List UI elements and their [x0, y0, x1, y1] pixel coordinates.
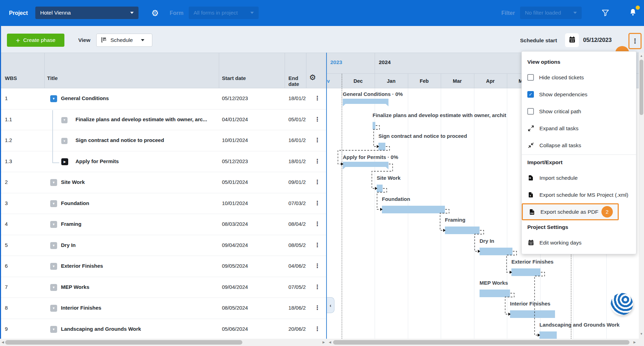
task-icon[interactable]: ▼: [61, 138, 68, 144]
row-title[interactable]: Site Work: [61, 179, 85, 185]
funnel-filter-icon[interactable]: [601, 9, 610, 19]
row-title[interactable]: Landscaping and Grounds Work: [61, 326, 141, 332]
vertical-scrollbar[interactable]: ▲ ▼: [639, 53, 644, 346]
schedule-start-calendar-button[interactable]: [565, 33, 579, 47]
row-kebab-icon[interactable]: ⋮: [314, 326, 320, 332]
collapse-table-panel-button[interactable]: ‹: [327, 297, 334, 313]
menu-item-hide-closed-tickets[interactable]: Hide closed tickets: [522, 69, 636, 86]
project-select[interactable]: Hotel Vienna: [35, 7, 138, 19]
notifications-bell-icon[interactable]: [629, 8, 637, 18]
row-end-date[interactable]: 16/01/2: [288, 137, 308, 143]
menu-item-export-schedule-for-ms-project-xml[interactable]: xExport schedule for MS Project (.xml): [522, 186, 636, 203]
gantt-horizontal-scrollbar-thumb[interactable]: [333, 340, 629, 345]
col-header-wbs[interactable]: WBS: [5, 75, 17, 81]
phase-collapsed-icon[interactable]: ▼: [50, 284, 57, 291]
row-title[interactable]: Framing: [61, 221, 81, 227]
row-title[interactable]: Apply for Permits: [75, 158, 119, 164]
table-row[interactable]: 5▼Dry In09/04/202408/05/2⋮: [0, 235, 327, 256]
gantt-horizontal-scrollbar[interactable]: ◀ ▶: [327, 339, 639, 346]
row-start-date[interactable]: 08/05/2024: [222, 305, 248, 311]
row-start-date[interactable]: 10/01/2024: [222, 137, 248, 143]
checkbox-unchecked-icon[interactable]: [527, 108, 534, 115]
menu-item-edit-working-days[interactable]: Edit working days: [522, 234, 636, 251]
row-title[interactable]: Finalize plans and develop estimate with…: [75, 116, 207, 122]
row-title[interactable]: General Conditions: [61, 95, 109, 101]
table-row[interactable]: 6▼Exterior Finishes09/05/202404/06/2⋮: [0, 256, 327, 277]
phase-collapsed-icon[interactable]: ▼: [50, 326, 57, 333]
row-start-date[interactable]: 10/01/2024: [222, 200, 248, 206]
row-end-date[interactable]: 07/03/2: [288, 200, 308, 206]
row-kebab-icon[interactable]: ⋮: [314, 284, 320, 290]
scroll-left-arrow[interactable]: ◀: [328, 339, 332, 346]
row-title[interactable]: MEP Works: [61, 284, 89, 290]
phase-collapsed-icon[interactable]: ▼: [50, 242, 57, 249]
row-kebab-icon[interactable]: ⋮: [314, 179, 320, 185]
col-header-title[interactable]: Title: [47, 75, 58, 81]
row-kebab-icon[interactable]: ⋮: [314, 200, 320, 206]
menu-item-export-schedule-as-pdf[interactable]: PDFExport schedule as PDF2: [522, 203, 619, 220]
play-task-icon[interactable]: ▶: [61, 158, 68, 165]
more-options-kebab-button[interactable]: ⋮: [628, 33, 642, 49]
table-horizontal-scrollbar-thumb[interactable]: [5, 340, 242, 345]
phase-collapsed-icon[interactable]: ▼: [50, 263, 57, 270]
row-kebab-icon[interactable]: ⋮: [314, 137, 320, 143]
row-kebab-icon[interactable]: ⋮: [314, 263, 320, 269]
phase-expanded-icon[interactable]: ▼: [50, 95, 57, 102]
row-end-date[interactable]: 18/06/2: [288, 305, 308, 311]
col-header-start-date[interactable]: Start date: [222, 75, 246, 81]
table-row[interactable]: 1▼General Conditions05/12/202318/01/2⋮: [0, 88, 327, 109]
scroll-right-arrow[interactable]: ▶: [321, 339, 326, 346]
vertical-scrollbar-thumb[interactable]: [639, 60, 643, 115]
table-row[interactable]: 8▼Interior Finishes08/05/202418/06/2⋮: [0, 298, 327, 319]
form-select[interactable]: All forms in project: [189, 7, 259, 19]
table-row[interactable]: 3▼Foundation10/01/202407/03/2⋮: [0, 193, 327, 214]
row-title[interactable]: Interior Finishes: [61, 305, 101, 311]
menu-item-import-schedule[interactable]: Import schedule: [522, 169, 636, 186]
row-end-date[interactable]: 08/04/2: [288, 221, 308, 227]
row-end-date[interactable]: 08/05/2: [288, 242, 308, 248]
row-start-date[interactable]: 09/04/2024: [222, 284, 248, 290]
phase-collapsed-icon[interactable]: ▼: [50, 179, 57, 186]
row-title[interactable]: Foundation: [61, 200, 89, 206]
table-row[interactable]: 4▼Framing08/03/202408/04/2⋮: [0, 214, 327, 235]
menu-item-collapse-all-tasks[interactable]: Collapse all tasks: [522, 137, 636, 154]
row-end-date[interactable]: 20/06/2: [288, 326, 308, 332]
table-row[interactable]: 1.1▼Finalize plans and develop estimate …: [0, 109, 327, 131]
phase-collapsed-icon[interactable]: ▼: [50, 200, 57, 207]
row-end-date[interactable]: 07/05/2: [288, 284, 308, 290]
table-row[interactable]: 1.2▼Sign contract and notice to proceed1…: [0, 130, 327, 151]
phase-collapsed-icon[interactable]: ▼: [50, 305, 57, 312]
column-settings-gear-icon[interactable]: ⚙: [309, 73, 316, 82]
row-start-date[interactable]: 05/12/2023: [222, 158, 248, 164]
row-end-date[interactable]: 05/01/2: [288, 116, 308, 122]
row-title[interactable]: Dry In: [61, 242, 76, 248]
task-icon[interactable]: ▼: [61, 117, 68, 123]
table-row[interactable]: 7▼MEP Works09/04/202407/05/2⋮: [0, 277, 327, 298]
table-horizontal-scrollbar[interactable]: ◀ ▶: [0, 339, 327, 346]
row-kebab-icon[interactable]: ⋮: [314, 116, 320, 122]
row-start-date[interactable]: 05/01/2024: [222, 179, 248, 185]
scroll-right-arrow[interactable]: ▶: [632, 339, 637, 346]
schedule-start-date[interactable]: 05/12/2023: [583, 37, 612, 43]
row-kebab-icon[interactable]: ⋮: [314, 242, 320, 248]
row-start-date[interactable]: 05/06/2024: [222, 326, 248, 332]
row-kebab-icon[interactable]: ⋮: [314, 221, 320, 227]
row-end-date[interactable]: 18/01/2: [288, 95, 308, 101]
checkbox-unchecked-icon[interactable]: [527, 74, 534, 81]
table-row[interactable]: 2▼Site Work05/01/202409/01/2⋮: [0, 172, 327, 193]
scroll-left-arrow[interactable]: ◀: [0, 339, 5, 346]
row-start-date[interactable]: 08/03/2024: [222, 221, 248, 227]
checkbox-checked-icon[interactable]: ✓: [527, 91, 534, 98]
scroll-up-arrow[interactable]: ▲: [639, 53, 644, 58]
create-phase-button[interactable]: + Create phase: [7, 34, 64, 47]
project-settings-gear-icon[interactable]: ⚙: [151, 8, 159, 18]
menu-item-show-critical-path[interactable]: Show critical path: [522, 103, 636, 120]
scroll-down-arrow[interactable]: ▼: [639, 331, 644, 336]
row-end-date[interactable]: 18/01/2: [288, 158, 308, 164]
menu-item-show-dependencies[interactable]: ✓Show dependencies: [522, 86, 636, 103]
menu-item-expand-all-tasks[interactable]: Expand all tasks: [522, 120, 636, 137]
table-row[interactable]: 1.3▶Apply for Permits05/12/202318/01/2⋮: [0, 151, 327, 172]
table-row[interactable]: 9▼Landscaping and Grounds Work05/06/2024…: [0, 319, 327, 339]
row-kebab-icon[interactable]: ⋮: [314, 158, 320, 164]
row-start-date[interactable]: 09/05/2024: [222, 263, 248, 269]
